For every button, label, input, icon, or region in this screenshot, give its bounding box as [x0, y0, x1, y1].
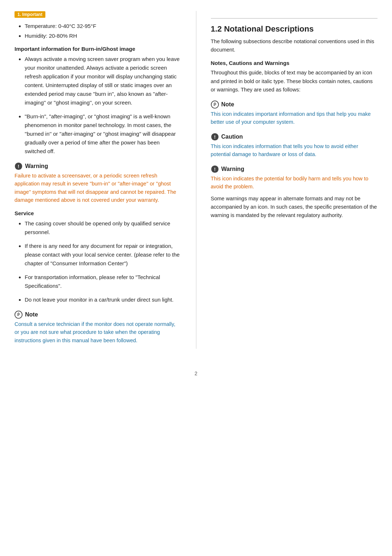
env-list: Temperature: 0-40°C 32-95°F Humidity: 20…: [15, 22, 181, 40]
svg-text:!: !: [18, 164, 19, 169]
env-list-item-1: Temperature: 0-40°C 32-95°F: [25, 22, 181, 30]
note-icon-1: [15, 311, 23, 319]
warning-box-2: ! Warning This icon indicates the potent…: [211, 165, 378, 220]
svg-rect-4: [17, 314, 20, 315]
warning-text-2a: This icon indicates the potential for bo…: [211, 175, 378, 191]
important-badge: 1. Important: [15, 11, 45, 18]
caution-label: Caution: [221, 134, 243, 140]
note-box-2: Note This icon indicates important infor…: [211, 101, 378, 126]
svg-rect-8: [213, 103, 216, 103]
svg-rect-9: [213, 104, 216, 105]
service-heading: Service: [15, 210, 181, 216]
warning-header-2: ! Warning: [211, 165, 378, 173]
note-label-2: Note: [221, 101, 234, 108]
left-column: 1. Important Temperature: 0-40°C 32-95°F…: [15, 11, 181, 349]
warning-box-1: ! Warning Failure to activate a screensa…: [15, 162, 181, 204]
section-intro: The following subsections describe notat…: [211, 37, 378, 54]
svg-text:!: !: [214, 166, 215, 172]
env-list-item-2: Humidity: 20-80% RH: [25, 32, 181, 40]
notes-cautions-heading: Notes, Cautions and Warnings: [211, 60, 378, 66]
warning-text-2b: Some warnings may appear in alternate fo…: [211, 195, 378, 220]
note-text-1: Consult a service technician if the moni…: [15, 320, 181, 344]
page-number: 2: [0, 363, 392, 380]
warning-text-1: Failure to activate a screensaver, or a …: [15, 172, 181, 204]
burn-in-list-item-2: "Burn-in", "after-imaging", or "ghost im…: [25, 112, 181, 156]
service-list-item-4: Do not leave your monitor in a car/trunk…: [25, 295, 181, 304]
burn-in-list: Always activate a moving screen saver pr…: [15, 55, 181, 156]
warning-label-1: Warning: [25, 163, 48, 169]
note-header-2: Note: [211, 101, 378, 109]
caution-box: ! Caution This icon indicates informatio…: [211, 133, 378, 159]
warning-label-2: Warning: [221, 166, 244, 172]
note-header-1: Note: [15, 311, 181, 319]
svg-rect-6: [18, 312, 19, 313]
svg-rect-10: [213, 105, 215, 106]
warning-icon-2: !: [211, 165, 219, 173]
svg-rect-5: [17, 315, 19, 316]
svg-text:!: !: [214, 134, 215, 139]
note-box-1: Note Consult a service technician if the…: [15, 311, 181, 344]
section-title: 1.2 Notational Descriptions: [211, 24, 378, 34]
service-list-item-2: If there is any need for any document fo…: [25, 242, 181, 268]
caution-icon: !: [211, 133, 219, 141]
caution-header: ! Caution: [211, 133, 378, 141]
right-column: 1.2 Notational Descriptions The followin…: [196, 11, 378, 349]
svg-rect-11: [215, 102, 215, 103]
note-icon-2: [211, 101, 219, 109]
section-divider: [211, 18, 378, 19]
note-text-2: This icon indicates important informatio…: [211, 110, 378, 126]
burn-in-list-item-1: Always activate a moving screen saver pr…: [25, 55, 181, 107]
service-list: The casing cover should be opened only b…: [15, 219, 181, 304]
caution-text: This icon indicates information that tel…: [211, 142, 378, 159]
service-list-item-3: For transportation information, please r…: [25, 273, 181, 290]
service-list-item-1: The casing cover should be opened only b…: [25, 219, 181, 237]
note-label-1: Note: [25, 311, 38, 318]
warning-icon-1: !: [15, 162, 23, 170]
svg-rect-3: [17, 313, 20, 314]
warning-header-1: ! Warning: [15, 162, 181, 170]
notes-cautions-body: Throughout this guide, blocks of text ma…: [211, 69, 378, 94]
burn-in-heading: Important information for Burn-in/Ghost …: [15, 46, 181, 52]
